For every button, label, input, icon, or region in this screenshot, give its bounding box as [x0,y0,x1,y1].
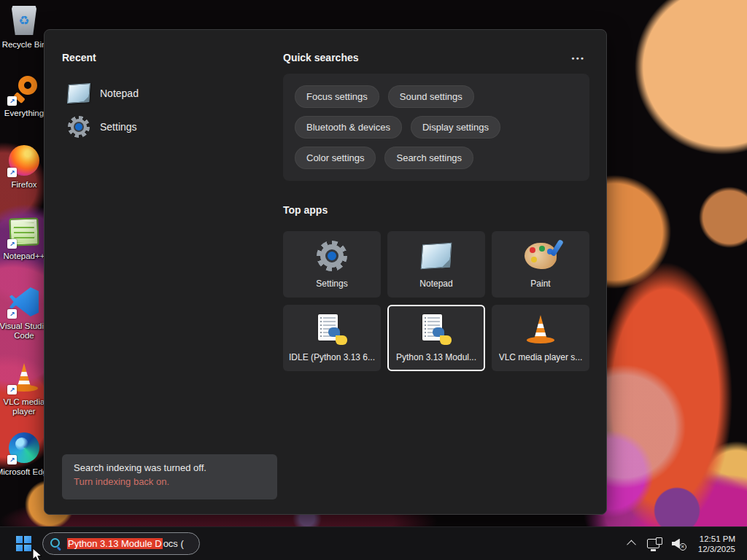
tile-label: Paint [530,279,550,289]
indexing-notice-message: Search indexing was turned off. [74,462,266,473]
volume-muted-icon: ✕ [672,538,686,550]
shortcut-arrow-icon: ↗ [7,455,17,464]
quick-search-chip[interactable]: Display settings [411,116,500,139]
taskbar-search-box[interactable]: Python 3.13 Module Docs ( [42,532,200,555]
network-button[interactable] [643,532,663,556]
clock[interactable]: 12:51 PM 12/3/2025 [695,532,738,556]
search-box-text: Python 3.13 Module Docs ( [67,538,184,549]
tile-label: Settings [316,279,347,289]
python-doc-icon [315,314,349,345]
quick-searches-section: Quick searches ●●● Focus settings Sound … [283,52,589,371]
recent-item-label: Notepad [100,88,139,99]
quick-search-chip[interactable]: Bluetooth & devices [295,116,402,139]
turn-indexing-on-link[interactable]: Turn indexing back on. [74,476,266,487]
shortcut-arrow-icon: ↗ [7,96,17,106]
hidden-icons-button[interactable] [624,532,638,556]
top-app-tile-idle[interactable]: IDLE (Python 3.13 6... [283,305,381,371]
indexing-notice: Search indexing was turned off. Turn ind… [62,454,277,499]
network-icon [647,539,659,548]
recent-item-notepad[interactable]: Notepad [62,77,274,110]
clock-date: 12/3/2025 [698,544,735,554]
shortcut-arrow-icon: ↗ [7,385,17,394]
top-app-tile-python-module-docs[interactable]: Python 3.13 Modul... [387,305,485,371]
clock-time: 12:51 PM [698,534,735,544]
shortcut-arrow-icon: ↗ [7,168,17,177]
tile-label: VLC media player s... [499,352,583,362]
recent-section: Recent Notepad Settings [62,52,274,144]
recent-title: Recent [62,52,274,63]
windows-logo-icon [16,536,31,551]
notepad-icon [421,243,452,270]
recent-item-settings[interactable]: Settings [62,110,274,144]
search-magnifier-icon [50,538,61,549]
top-app-tile-notepad[interactable]: Notepad [387,231,485,298]
top-apps-grid: Settings Notepad Paint IDLE (Python 3.13… [283,231,589,371]
python-doc-icon [419,314,453,345]
top-apps-title: Top apps [283,204,589,216]
volume-button[interactable]: ✕ [668,532,690,556]
quick-searches-title: Quick searches [283,52,359,63]
recycle-bin-icon: ♻ [12,6,36,35]
tile-label: IDLE (Python 3.13 6... [289,352,375,362]
ellipsis-icon[interactable]: ●●● [567,54,589,62]
taskbar: Python 3.13 Module Docs ( ✕ 12:51 PM 12/… [0,526,747,560]
quick-searches-card: Focus settings Sound settings Bluetooth … [283,74,589,181]
quick-search-chip[interactable]: Sound settings [388,85,474,108]
quick-search-chip[interactable]: Focus settings [295,85,379,108]
search-text-highlighted: Python 3.13 Module D [67,538,163,549]
chevron-up-icon [627,540,636,550]
tile-label: Notepad [419,279,452,289]
top-app-tile-paint[interactable]: Paint [492,231,589,298]
tile-label: Python 3.13 Modul... [396,352,476,362]
settings-gear-icon [317,241,347,271]
start-button[interactable] [12,533,34,555]
shortcut-arrow-icon: ↗ [7,239,17,249]
search-flyout-panel: Recent Notepad Settings Quick searches ●… [44,29,607,515]
top-app-tile-vlc-skinned[interactable]: VLC media player s... [492,305,589,371]
vlc-cone-icon [526,314,555,345]
settings-gear-icon [68,116,90,138]
paint-palette-icon [525,243,557,269]
system-tray: ✕ 12:51 PM 12/3/2025 [624,532,747,556]
quick-search-chip[interactable]: Color settings [295,147,376,169]
quick-search-chip[interactable]: Search settings [384,147,473,169]
notepad-icon [67,83,90,104]
top-app-tile-settings[interactable]: Settings [283,231,381,298]
recent-item-label: Settings [100,121,137,133]
search-text-trailing: ocs ( [163,538,184,549]
shortcut-arrow-icon: ↗ [7,309,17,319]
